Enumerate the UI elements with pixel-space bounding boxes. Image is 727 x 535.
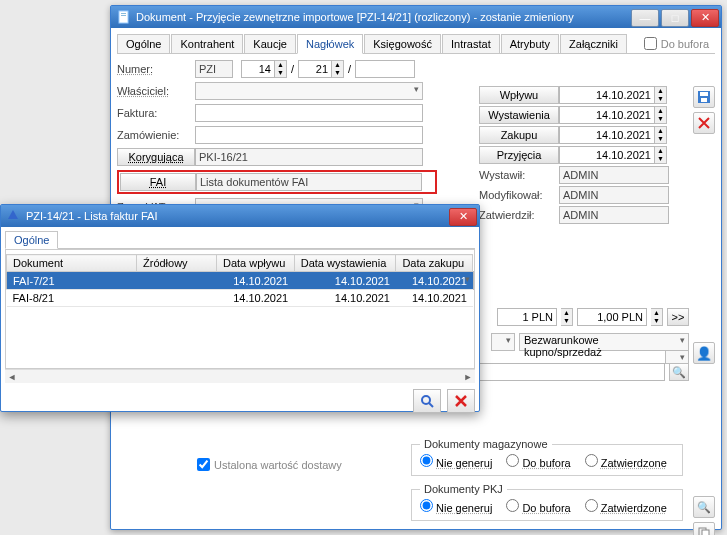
przyjecia-button[interactable]: Przyjęcia [479, 146, 559, 164]
tab-zalaczniki[interactable]: Załączniki [560, 34, 627, 53]
numer-n1-spinner[interactable]: ▲▼ [275, 60, 287, 78]
fai-table-wrap[interactable]: Dokument Źródłowy Data wpływu Data wysta… [5, 249, 475, 369]
zamowienie-input[interactable] [195, 126, 423, 144]
numer-n2-spinner[interactable]: ▲▼ [332, 60, 344, 78]
numer-n2[interactable] [298, 60, 332, 78]
pkj-opt-zatw[interactable]: Zatwierdzone [585, 499, 667, 514]
child-title: PZI-14/21 - Lista faktur FAI [26, 210, 449, 222]
wlasciciel-label: Właściciel: [117, 85, 195, 97]
inline-search-button[interactable]: 🔍 [669, 363, 689, 381]
zatwierdzil-value [559, 206, 669, 224]
child-magnify-button[interactable] [413, 389, 441, 413]
fai-button[interactable]: FAI [120, 173, 196, 191]
przyjecia-date[interactable] [559, 146, 655, 164]
fai-table: Dokument Źródłowy Data wpływu Data wysta… [6, 254, 474, 307]
h-scrollbar[interactable]: ◄► [5, 369, 475, 383]
tab-ksiegowosc[interactable]: Księgowość [364, 34, 441, 53]
wystawienia-spinner[interactable]: ▲▼ [655, 106, 667, 124]
pkj-opt-nie[interactable]: Nie generuj [420, 499, 492, 514]
wlasciciel-select[interactable] [195, 82, 423, 100]
modyfikowal-label: Modyfikował: [479, 189, 559, 201]
copy-button[interactable] [693, 522, 715, 535]
zakupu-spinner[interactable]: ▲▼ [655, 126, 667, 144]
tab-ogolne[interactable]: Ogólne [117, 34, 170, 53]
table-cell: 14.10.2021 [294, 290, 396, 307]
zakupu-date[interactable] [559, 126, 655, 144]
numer-suffix[interactable] [355, 60, 415, 78]
zakupu-button[interactable]: Zakupu [479, 126, 559, 144]
tab-kaucje[interactable]: Kaucje [244, 34, 296, 53]
child-close-button[interactable]: ✕ [449, 208, 477, 226]
faktura-label: Faktura: [117, 107, 195, 119]
wystawienia-date[interactable] [559, 106, 655, 124]
wplywu-spinner[interactable]: ▲▼ [655, 86, 667, 104]
qty-input[interactable] [497, 308, 557, 326]
korygujaca-button[interactable]: Korygująca [117, 148, 195, 166]
numer-label: Numer: [117, 63, 195, 75]
price-spinner[interactable]: ▲▼ [651, 308, 663, 326]
col-zrodlowy[interactable]: Źródłowy [137, 255, 217, 272]
ustalona-check[interactable]: Ustalona wartość dostawy [197, 458, 342, 471]
qty-spinner[interactable]: ▲▼ [561, 308, 573, 326]
numer-n1[interactable] [241, 60, 275, 78]
bezwar-drop2[interactable] [665, 350, 689, 364]
child-delete-button[interactable] [447, 389, 475, 413]
przyjecia-spinner[interactable]: ▲▼ [655, 146, 667, 164]
tab-intrastat[interactable]: Intrastat [442, 34, 500, 53]
tab-kontrahent[interactable]: Kontrahent [171, 34, 243, 53]
wplywu-button[interactable]: Wpływu [479, 86, 559, 104]
child-tabs: Ogólne [5, 231, 475, 249]
modyfikowal-value [559, 186, 669, 204]
fai-value[interactable] [196, 173, 422, 191]
minimize-button[interactable]: — [631, 9, 659, 27]
fs-pkj: Dokumenty PKJ Nie generuj Do bufora Zatw… [411, 483, 683, 521]
col-wystawienia[interactable]: Data wystawienia [294, 255, 396, 272]
svg-rect-2 [121, 15, 126, 16]
table-row[interactable]: FAI-7/2114.10.202114.10.202114.10.2021 [7, 272, 474, 290]
wystawil-label: Wystawił: [479, 169, 559, 181]
wplywu-date[interactable] [559, 86, 655, 104]
svg-line-9 [429, 403, 433, 407]
table-cell: FAI-8/21 [7, 290, 137, 307]
fs-pkj-legend: Dokumenty PKJ [420, 483, 507, 495]
wystawienia-button[interactable]: Wystawienia [479, 106, 559, 124]
tab-naglowek[interactable]: Nagłówek [297, 34, 363, 54]
child-titlebar[interactable]: PZI-14/21 - Lista faktur FAI ✕ [1, 205, 479, 227]
child-content: Ogólne Dokument Źródłowy Data wpływu Dat… [1, 227, 479, 417]
mag-opt-zatw[interactable]: Zatwierdzone [585, 454, 667, 469]
svg-rect-0 [119, 11, 128, 23]
maximize-button[interactable]: □ [661, 9, 689, 27]
close-button[interactable]: ✕ [691, 9, 719, 27]
bezwar-select[interactable]: Bezwarunkowe kupno/sprzedaż [519, 333, 689, 351]
svg-rect-4 [700, 92, 708, 96]
fs-mag-legend: Dokumenty magazynowe [420, 438, 552, 450]
price-input[interactable] [577, 308, 647, 326]
header-left-block: Numer: ▲▼ / ▲▼ / Właściciel: Faktura: Z [117, 60, 437, 216]
bezwar-prefix-select[interactable] [491, 333, 515, 351]
table-cell: 14.10.2021 [217, 272, 295, 290]
table-row[interactable]: FAI-8/2114.10.202114.10.202114.10.2021 [7, 290, 474, 307]
cancel-button[interactable] [693, 112, 715, 134]
col-zakupu[interactable]: Data zakupu [396, 255, 473, 272]
save-button[interactable] [693, 86, 715, 108]
numer-series[interactable] [195, 60, 233, 78]
do-bufora-checkbox[interactable] [644, 37, 657, 50]
korygujaca-value[interactable] [195, 148, 423, 166]
do-bufora-check[interactable]: Do bufora [644, 37, 709, 50]
currency-go-button[interactable]: >> [667, 308, 689, 326]
user-button[interactable]: 👤 [693, 342, 715, 364]
wystawil-value [559, 166, 669, 184]
faktura-input[interactable] [195, 104, 423, 122]
search-side-button[interactable]: 🔍 [693, 496, 715, 518]
col-dokument[interactable]: Dokument [7, 255, 137, 272]
mag-opt-bufor[interactable]: Do bufora [506, 454, 570, 469]
col-wplywu[interactable]: Data wpływu [217, 255, 295, 272]
child-tab-ogolne[interactable]: Ogólne [5, 231, 58, 249]
main-titlebar[interactable]: Dokument - Przyjęcie zewnętrzne importow… [111, 6, 721, 28]
table-cell [137, 290, 217, 307]
tab-atrybuty[interactable]: Atrybuty [501, 34, 559, 53]
svg-point-8 [422, 396, 430, 404]
mag-opt-nie[interactable]: Nie generuj [420, 454, 492, 469]
ustalona-checkbox[interactable] [197, 458, 210, 471]
pkj-opt-bufor[interactable]: Do bufora [506, 499, 570, 514]
